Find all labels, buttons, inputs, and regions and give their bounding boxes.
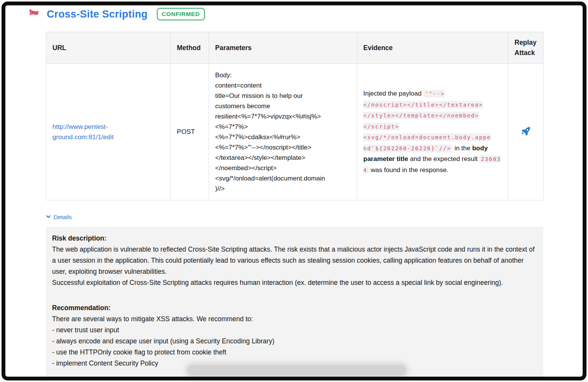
col-header-method: Method [171, 32, 209, 64]
app-window: Cross-Site Scripting CONFIRMED URL Metho… [2, 2, 586, 380]
flag-icon [28, 8, 41, 21]
table-row: http://www.pentest-ground.com:81/1/edit … [46, 64, 544, 200]
recommendation-text: There are several ways to mitigate XSS a… [52, 314, 537, 369]
risk-description-heading: Risk description: [52, 233, 537, 244]
replay-attack-button[interactable] [520, 125, 532, 138]
col-header-replay-attack: Replay Attack [508, 32, 544, 64]
horizontal-scrollbar[interactable] [188, 365, 406, 375]
finding-table: URL Method Parameters Evidence Replay At… [46, 32, 544, 200]
table-header-row: URL Method Parameters Evidence Replay At… [46, 32, 544, 64]
details-toggle[interactable]: Details [46, 214, 72, 221]
risk-description-text: The web application is vulnerable to ref… [52, 244, 537, 288]
chevron-down-icon [46, 214, 51, 221]
col-header-evidence: Evidence [357, 32, 508, 64]
details-toggle-label: Details [54, 214, 72, 221]
evidence-content: Injected the payload '"--> </noscript></… [363, 88, 502, 176]
finding-title: Cross-Site Scripting [47, 8, 148, 20]
col-header-url: URL [46, 32, 171, 64]
method-cell: POST [171, 64, 209, 200]
evidence-cell: Injected the payload '"--> </noscript></… [357, 64, 508, 200]
replay-attack-cell [508, 64, 544, 200]
parameters-cell: Body: content=content title=Our mission … [209, 64, 357, 200]
col-header-parameters: Parameters [209, 32, 357, 64]
rocket-icon [520, 132, 532, 138]
target-url-link[interactable]: http://www.pentest-ground.com:81/1/edit [52, 123, 114, 141]
status-badge: CONFIRMED [157, 8, 205, 20]
details-panel: Risk description: The web application is… [46, 227, 543, 380]
url-cell: http://www.pentest-ground.com:81/1/edit [46, 64, 171, 200]
recommendation-heading: Recommendation: [52, 302, 537, 314]
finding-header: Cross-Site Scripting CONFIRMED [28, 8, 205, 21]
